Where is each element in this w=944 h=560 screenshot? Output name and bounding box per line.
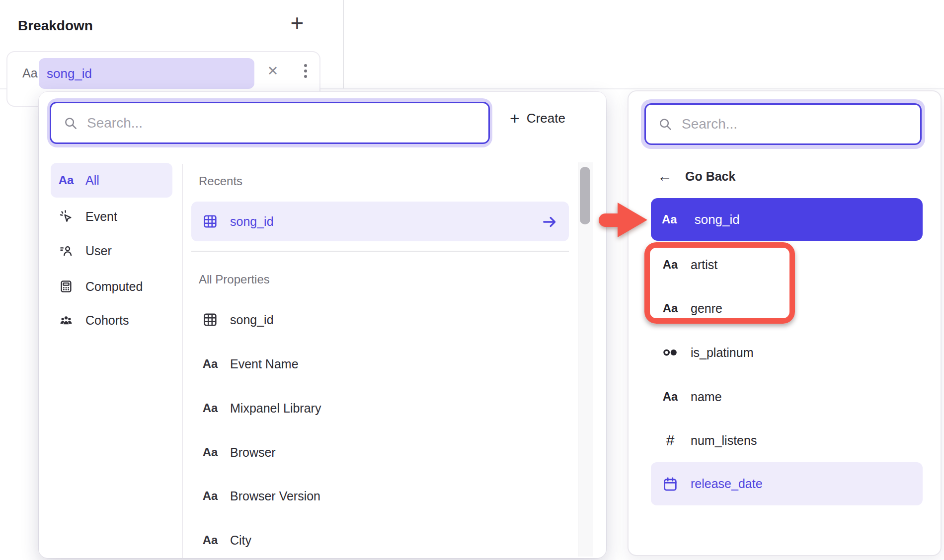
property-item-event-name[interactable]: Aa Event Name bbox=[191, 344, 569, 384]
property-label: is_platinum bbox=[691, 346, 753, 360]
category-label: Event bbox=[85, 210, 117, 224]
text-type-icon: Aa bbox=[660, 258, 680, 272]
search-icon bbox=[63, 116, 78, 131]
category-tab-cohorts[interactable]: Cohorts bbox=[51, 303, 172, 338]
text-type-icon: Aa bbox=[201, 489, 219, 503]
text-type-icon: Aa bbox=[201, 445, 219, 459]
property-item-mixpanel-library[interactable]: Aa Mixpanel Library bbox=[191, 388, 569, 428]
number-type-icon: # bbox=[660, 432, 680, 449]
breakdown-property-chip[interactable]: song_id bbox=[39, 58, 254, 89]
table-type-icon bbox=[201, 213, 219, 229]
user-icon bbox=[58, 243, 75, 258]
kebab-menu-icon[interactable] bbox=[295, 60, 316, 82]
go-back-button[interactable]: ← Go Back bbox=[657, 169, 735, 184]
category-tab-computed[interactable]: Computed bbox=[51, 269, 172, 304]
text-type-icon: Aa bbox=[201, 357, 219, 371]
calculator-icon bbox=[58, 279, 75, 294]
property-label: Browser Version bbox=[230, 489, 320, 503]
plus-icon: + bbox=[510, 110, 520, 127]
property-label: artist bbox=[691, 258, 717, 272]
create-label: Create bbox=[527, 111, 565, 126]
arrow-left-icon: ← bbox=[657, 169, 672, 184]
property-item-is-platinum[interactable]: is_platinum bbox=[651, 333, 923, 372]
recent-property-song-id[interactable]: song_id bbox=[191, 202, 569, 241]
scrollbar-thumb[interactable] bbox=[580, 167, 590, 224]
property-label: song_id bbox=[230, 313, 274, 327]
category-label: All bbox=[85, 173, 99, 188]
property-label: Browser bbox=[230, 445, 276, 460]
property-item-release-date[interactable]: release_date bbox=[651, 462, 923, 505]
text-type-icon: Aa bbox=[58, 173, 75, 187]
property-label: num_listens bbox=[691, 433, 757, 448]
screen: Breakdown + Aa song_id ✕ + Create Aa All bbox=[0, 0, 944, 560]
search-field-container bbox=[644, 103, 922, 145]
create-button[interactable]: + Create bbox=[510, 110, 565, 127]
property-label: genre bbox=[691, 301, 722, 316]
add-breakdown-button[interactable]: + bbox=[284, 9, 310, 37]
arrow-right-icon bbox=[541, 213, 558, 229]
property-label: name bbox=[691, 390, 722, 404]
property-label: song_id bbox=[230, 214, 274, 229]
search-field-container bbox=[50, 102, 490, 144]
property-label: City bbox=[230, 533, 251, 548]
property-picker-panel: + Create Aa All Event User Computed bbox=[39, 92, 606, 558]
category-tab-event[interactable]: Event bbox=[51, 199, 172, 234]
remove-breakdown-button[interactable]: ✕ bbox=[262, 60, 284, 82]
chip-label: song_id bbox=[47, 58, 92, 89]
cursor-click-icon bbox=[58, 209, 75, 224]
property-item-browser-version[interactable]: Aa Browser Version bbox=[191, 476, 569, 516]
property-label: Event Name bbox=[230, 357, 299, 371]
text-type-icon: Aa bbox=[662, 212, 677, 226]
text-type-icon: Aa bbox=[660, 390, 680, 404]
text-type-icon: Aa bbox=[201, 401, 219, 415]
panel-boundary-line bbox=[343, 0, 344, 88]
recents-header: Recents bbox=[199, 174, 242, 188]
property-item-artist[interactable]: Aa artist bbox=[651, 245, 923, 284]
property-label: Mixpanel Library bbox=[230, 401, 321, 416]
go-back-label: Go Back bbox=[685, 169, 735, 184]
search-input[interactable] bbox=[681, 116, 914, 133]
property-item-song-id[interactable]: song_id bbox=[191, 300, 569, 340]
section-divider bbox=[191, 251, 569, 252]
page-title: Breakdown bbox=[18, 18, 93, 34]
property-item-genre[interactable]: Aa genre bbox=[651, 288, 923, 328]
property-item-name[interactable]: Aa name bbox=[651, 377, 923, 417]
category-label: User bbox=[85, 244, 112, 258]
property-item-city[interactable]: Aa City bbox=[191, 520, 569, 560]
category-label: Computed bbox=[85, 280, 143, 294]
boolean-type-icon bbox=[660, 344, 680, 361]
category-label: Cohorts bbox=[85, 313, 129, 328]
scrollbar-track[interactable] bbox=[578, 162, 593, 557]
date-type-icon bbox=[660, 476, 680, 492]
table-type-icon bbox=[201, 312, 219, 328]
category-tab-user[interactable]: User bbox=[51, 233, 172, 268]
text-type-icon: Aa bbox=[22, 66, 38, 80]
search-icon bbox=[658, 117, 673, 132]
property-item-browser[interactable]: Aa Browser bbox=[191, 432, 569, 472]
property-detail-panel: ← Go Back Aa song_id Aa artist Aa genre … bbox=[628, 90, 942, 556]
selected-property-song-id[interactable]: Aa song_id bbox=[651, 198, 923, 241]
property-label: release_date bbox=[691, 477, 763, 491]
property-item-num-listens[interactable]: # num_listens bbox=[651, 420, 923, 460]
category-tab-all[interactable]: Aa All bbox=[51, 163, 172, 198]
property-label: song_id bbox=[695, 212, 740, 227]
text-type-icon: Aa bbox=[201, 533, 219, 547]
list-divider bbox=[182, 164, 183, 558]
search-input[interactable] bbox=[86, 115, 482, 132]
all-properties-header: All Properties bbox=[199, 273, 270, 286]
cohorts-icon bbox=[58, 313, 75, 328]
text-type-icon: Aa bbox=[660, 301, 680, 315]
